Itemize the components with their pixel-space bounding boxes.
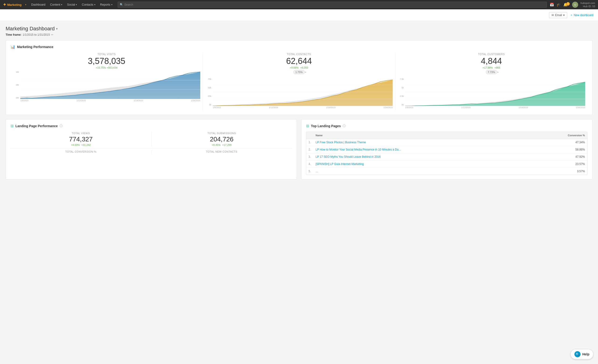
chart-contacts: 75k50k25k0k (205, 78, 393, 111)
visits-chart-svg (20, 71, 200, 99)
tlp-table: Name Conversion % 1. LP Free Stock Photo… (306, 132, 587, 175)
card-header: 📊 Marketing Performance (10, 45, 588, 49)
y-axis-visits: 4M2M0M (13, 71, 20, 99)
search-box[interactable]: 🔍 (118, 2, 547, 8)
nav-item-dashboard[interactable]: Dashboard (29, 0, 48, 9)
hubspot-info: hubspot.com Hub ID: 53 (581, 1, 595, 8)
social-caret: ▾ (76, 3, 77, 6)
search-input[interactable] (125, 3, 545, 6)
lpp-metric-new-contacts: TOTAL NEW CONTACTS (151, 150, 292, 155)
row-name[interactable]: LP How to Monitor Your Social Media Pres… (313, 146, 534, 153)
lpp-card-title: Landing Page Performance (15, 124, 58, 128)
col-name: Name (313, 132, 534, 139)
contacts-caret: ▾ (94, 3, 95, 6)
top-navigation: ✦ Marketing ▾ Dashboard Content ▾ Social… (0, 0, 598, 9)
metric-label-customers: TOTAL CUSTOMERS (398, 53, 585, 56)
subheader: ✉ Email ▾ ＋ New dashboard (0, 9, 598, 21)
row-name[interactable]: [SPANISH] LP Guia-Internet-Marketing (313, 161, 534, 168)
lpp-submissions-change: +8.45% +17,299 (154, 143, 290, 146)
tlp-header-row: Name Conversion % (306, 132, 587, 139)
email-button[interactable]: ✉ Email ▾ (549, 12, 567, 18)
nav-right-icons: 📅 🎓 🔔3 U hubspot.com Hub ID: 53 (550, 1, 595, 8)
lpp-submissions-label: TOTAL SUBMISSIONS (154, 132, 290, 135)
page-title: Marketing Dashboard ▾ (6, 26, 592, 32)
brand-dropdown[interactable]: ▾ (22, 0, 29, 9)
avatar[interactable]: U (572, 2, 578, 8)
lpp-card-header: ⊞ Landing Page Performance ⓘ (10, 124, 292, 128)
metric-total-customers: TOTAL CUSTOMERS 4,844 +17.88% +866 7.73%… (395, 53, 588, 111)
timeframe: Time frame: 1/1/2015 to 1/31/2015 ✏ (6, 33, 592, 36)
row-name[interactable]: LP Free Stock Photos | Business Theme (313, 139, 534, 146)
metric-change-contacts: +9.66% +6,050 (205, 66, 393, 69)
search-icon: 🔍 (120, 3, 123, 6)
title-dropdown-icon[interactable]: ▾ (56, 27, 58, 31)
x-axis-customers: 1/5/20151/12/20151/19/20151/26/2015 (405, 106, 585, 111)
nav-item-social[interactable]: Social ▾ (65, 0, 79, 9)
tlp-info-icon[interactable]: ⓘ (343, 124, 346, 128)
top-landing-icon: ⊞ (306, 124, 309, 128)
row-rank: 3. (306, 153, 313, 161)
table-row: 1. LP Free Stock Photos | Business Theme… (306, 139, 587, 146)
x-axis-contacts: 1/5/20151/12/20151/19/20151/26/2015 (213, 106, 393, 111)
col-conversion: Conversion % (534, 132, 587, 139)
metrics-row: TOTAL VISITS 3,578,035 +15.75% +563,434 … (10, 53, 588, 111)
chart-customers: 7.5k5k2.5k0k (398, 78, 585, 111)
plus-icon: ＋ (570, 13, 573, 17)
lpp-info-icon[interactable]: ⓘ (59, 124, 63, 128)
metric-change-customers: +17.88% +866 (398, 66, 585, 69)
academy-icon[interactable]: 🎓 (556, 3, 561, 7)
hubspot-logo: ✦ (3, 2, 6, 7)
chart-inner-contacts (213, 78, 393, 106)
lpp-views-label: TOTAL VIEWS (13, 132, 149, 135)
top-landing-pages-card: ⊞ Top Landing Pages ⓘ Name Conversion % … (301, 119, 592, 179)
chart-inner-visits (20, 71, 200, 99)
table-row: 4. [SPANISH] LP Guia-Internet-Marketing … (306, 161, 587, 168)
notifications-icon[interactable]: 🔔3 (563, 3, 570, 7)
lpp-views-value: 774,327 (13, 136, 149, 143)
row-rank: 5. (306, 168, 313, 175)
lpp-metric-conversion: TOTAL CONVERSION % (10, 150, 151, 155)
col-rank (306, 132, 313, 139)
metric-label-visits: TOTAL VISITS (13, 53, 200, 56)
brand-name[interactable]: Marketing (7, 3, 21, 7)
metric-total-contacts: TOTAL CONTACTS 62,644 +9.66% +6,050 1.75… (203, 53, 395, 111)
row-name[interactable]: LP 17 SEO Myths You Should Leave Behind … (313, 153, 534, 161)
email-icon: ✉ (552, 14, 554, 17)
tlp-table-wrapper: Name Conversion % 1. LP Free Stock Photo… (306, 132, 588, 175)
edit-timeframe-icon[interactable]: ✏ (51, 33, 53, 36)
row-name[interactable]: ... (313, 168, 534, 175)
y-axis-contacts: 75k50k25k0k (205, 78, 212, 106)
new-dashboard-button[interactable]: ＋ New dashboard (570, 13, 593, 17)
table-row: 2. LP How to Monitor Your Social Media P… (306, 146, 587, 153)
y-axis-customers: 7.5k5k2.5k0k (398, 78, 405, 106)
nav-item-content[interactable]: Content ▾ (48, 0, 65, 9)
metric-value-contacts: 62,644 (205, 57, 393, 65)
lpp-submissions-value: 204,726 (154, 136, 290, 143)
customers-conversion-badge: 7.73% (486, 70, 497, 74)
metric-label-contacts: TOTAL CONTACTS (205, 53, 393, 56)
lpp-metric-submissions: TOTAL SUBMISSIONS 204,726 +8.45% +17,299 (151, 132, 292, 146)
metric-change-visits: +15.75% +563,434 (13, 66, 200, 69)
tlp-card-header: ⊞ Top Landing Pages ⓘ (306, 124, 588, 128)
main-content: Marketing Dashboard ▾ Time frame: 1/1/20… (0, 21, 598, 188)
row-conversion: 47.92% (534, 153, 587, 161)
nav-item-contacts[interactable]: Contacts ▾ (79, 0, 98, 9)
x-axis-visits: 1/5/20151/12/20151/19/20151/26/2015 (20, 99, 200, 104)
notification-badge: 3 (566, 2, 570, 6)
row-rank: 1. (306, 139, 313, 146)
contacts-chart-svg (213, 78, 393, 106)
reports-caret: ▾ (111, 3, 113, 6)
nav-item-reports[interactable]: Reports ▾ (98, 0, 115, 9)
metric-value-customers: 4,844 (398, 57, 585, 65)
calendar-icon[interactable]: 📅 (550, 3, 554, 7)
lpp-divider (10, 148, 292, 149)
table-row: 3. LP 17 SEO Myths You Should Leave Behi… (306, 153, 587, 161)
customers-chart-svg (405, 78, 585, 106)
email-dropdown-caret: ▾ (563, 14, 565, 17)
tlp-card-title: Top Landing Pages (311, 124, 341, 128)
lpp-metrics-row: TOTAL VIEWS 774,327 +4.03% +31,242 TOTAL… (10, 132, 292, 146)
bar-chart-icon: 📊 (10, 45, 15, 49)
row-conversion: 58.86% (534, 146, 587, 153)
lpp-views-change: +4.03% +31,242 (13, 143, 149, 146)
tlp-table-head: Name Conversion % (306, 132, 587, 139)
